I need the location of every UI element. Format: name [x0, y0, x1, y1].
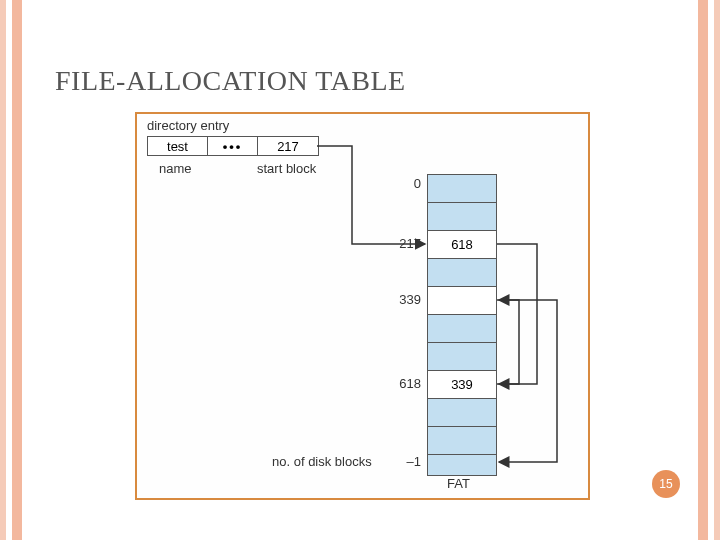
fat-index-end: –1	[381, 454, 421, 469]
fat-row-gap3	[428, 315, 496, 343]
fat-row-217-value: 618	[428, 231, 496, 259]
fat-row-618-value: 339	[428, 371, 496, 399]
fat-table: 618 339	[427, 174, 497, 476]
fat-row-gap1	[428, 203, 496, 231]
fat-index-0: 0	[381, 176, 421, 191]
decor-stripe-right-inner	[698, 0, 708, 540]
no-of-disk-blocks-label: no. of disk blocks	[272, 454, 372, 469]
fat-row-gap5	[428, 399, 496, 427]
fat-row-gap4	[428, 343, 496, 371]
fat-row-0	[428, 175, 496, 203]
arrows-overlay	[137, 114, 592, 502]
directory-entry-label: directory entry	[147, 118, 229, 133]
fat-caption: FAT	[447, 476, 470, 491]
fat-row-339-value	[428, 287, 496, 315]
decor-stripe-left-inner	[12, 0, 22, 540]
fat-row-gap6	[428, 427, 496, 455]
fat-diagram: directory entry test ••• 217 name start …	[135, 112, 590, 500]
fat-index-618: 618	[381, 376, 421, 391]
dir-sublabel-start-block: start block	[257, 161, 316, 176]
directory-entry-row: test ••• 217	[147, 136, 319, 156]
page-number-badge: 15	[652, 470, 680, 498]
dir-sublabel-name: name	[159, 161, 192, 176]
dir-cell-start-block: 217	[258, 137, 318, 155]
dir-cell-ellipsis: •••	[208, 137, 258, 155]
fat-row-end	[428, 455, 496, 475]
dir-cell-name: test	[148, 137, 208, 155]
page-title: FILE-ALLOCATION TABLE	[55, 65, 406, 97]
fat-index-339: 339	[381, 292, 421, 307]
fat-row-gap2	[428, 259, 496, 287]
fat-index-217: 217	[381, 236, 421, 251]
decor-stripe-right-outer	[714, 0, 720, 540]
decor-stripe-left-outer	[0, 0, 6, 540]
